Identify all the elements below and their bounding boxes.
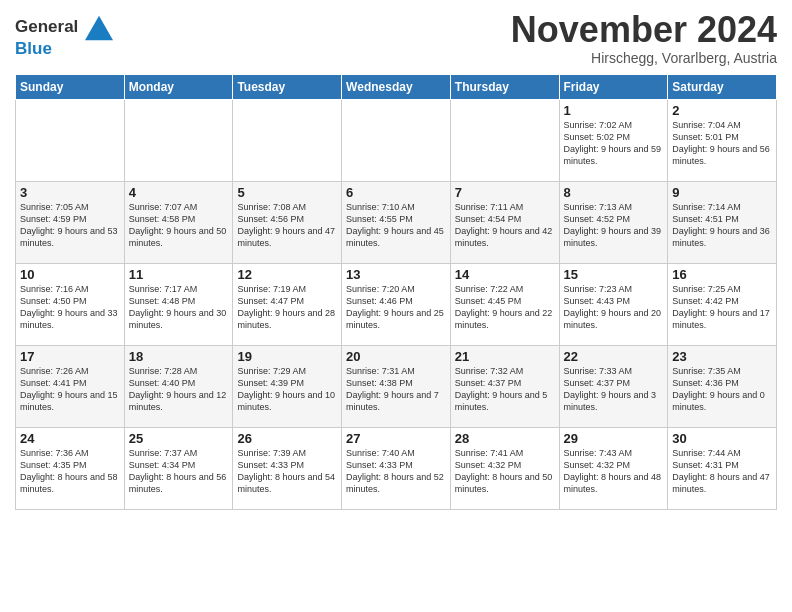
calendar-header: SundayMondayTuesdayWednesdayThursdayFrid… [16,74,777,99]
logo-icon [85,14,113,42]
weekday-header: Tuesday [233,74,342,99]
calendar-cell: 28Sunrise: 7:41 AM Sunset: 4:32 PM Dayli… [450,427,559,509]
calendar-cell: 27Sunrise: 7:40 AM Sunset: 4:33 PM Dayli… [342,427,451,509]
day-number: 10 [20,267,120,282]
day-info: Sunrise: 7:33 AM Sunset: 4:37 PM Dayligh… [564,365,664,414]
calendar-cell: 24Sunrise: 7:36 AM Sunset: 4:35 PM Dayli… [16,427,125,509]
weekday-header: Monday [124,74,233,99]
day-number: 25 [129,431,229,446]
day-number: 18 [129,349,229,364]
header-row: SundayMondayTuesdayWednesdayThursdayFrid… [16,74,777,99]
day-number: 7 [455,185,555,200]
day-info: Sunrise: 7:35 AM Sunset: 4:36 PM Dayligh… [672,365,772,414]
calendar-cell: 21Sunrise: 7:32 AM Sunset: 4:37 PM Dayli… [450,345,559,427]
day-number: 8 [564,185,664,200]
day-number: 22 [564,349,664,364]
calendar-cell: 19Sunrise: 7:29 AM Sunset: 4:39 PM Dayli… [233,345,342,427]
weekday-header: Saturday [668,74,777,99]
day-number: 24 [20,431,120,446]
calendar-cell [450,99,559,181]
calendar-cell: 2Sunrise: 7:04 AM Sunset: 5:01 PM Daylig… [668,99,777,181]
day-info: Sunrise: 7:20 AM Sunset: 4:46 PM Dayligh… [346,283,446,332]
day-info: Sunrise: 7:26 AM Sunset: 4:41 PM Dayligh… [20,365,120,414]
calendar-cell: 15Sunrise: 7:23 AM Sunset: 4:43 PM Dayli… [559,263,668,345]
header: General Blue November 2024 Hirschegg, Vo… [15,10,777,66]
calendar-table: SundayMondayTuesdayWednesdayThursdayFrid… [15,74,777,510]
day-number: 12 [237,267,337,282]
day-info: Sunrise: 7:29 AM Sunset: 4:39 PM Dayligh… [237,365,337,414]
logo-text: General [15,14,113,42]
calendar-cell: 13Sunrise: 7:20 AM Sunset: 4:46 PM Dayli… [342,263,451,345]
day-number: 27 [346,431,446,446]
calendar-cell: 17Sunrise: 7:26 AM Sunset: 4:41 PM Dayli… [16,345,125,427]
day-number: 16 [672,267,772,282]
day-info: Sunrise: 7:28 AM Sunset: 4:40 PM Dayligh… [129,365,229,414]
weekday-header: Wednesday [342,74,451,99]
weekday-header: Friday [559,74,668,99]
calendar-cell: 20Sunrise: 7:31 AM Sunset: 4:38 PM Dayli… [342,345,451,427]
day-number: 6 [346,185,446,200]
logo: General Blue [15,14,113,59]
calendar-cell: 18Sunrise: 7:28 AM Sunset: 4:40 PM Dayli… [124,345,233,427]
day-info: Sunrise: 7:02 AM Sunset: 5:02 PM Dayligh… [564,119,664,168]
day-number: 3 [20,185,120,200]
day-number: 28 [455,431,555,446]
day-info: Sunrise: 7:32 AM Sunset: 4:37 PM Dayligh… [455,365,555,414]
calendar-cell: 10Sunrise: 7:16 AM Sunset: 4:50 PM Dayli… [16,263,125,345]
day-info: Sunrise: 7:11 AM Sunset: 4:54 PM Dayligh… [455,201,555,250]
day-number: 21 [455,349,555,364]
calendar-cell: 3Sunrise: 7:05 AM Sunset: 4:59 PM Daylig… [16,181,125,263]
title-block: November 2024 Hirschegg, Vorarlberg, Aus… [511,10,777,66]
day-info: Sunrise: 7:13 AM Sunset: 4:52 PM Dayligh… [564,201,664,250]
weekday-header: Thursday [450,74,559,99]
day-number: 1 [564,103,664,118]
day-number: 26 [237,431,337,446]
calendar-cell: 12Sunrise: 7:19 AM Sunset: 4:47 PM Dayli… [233,263,342,345]
calendar-cell: 23Sunrise: 7:35 AM Sunset: 4:36 PM Dayli… [668,345,777,427]
calendar-cell: 9Sunrise: 7:14 AM Sunset: 4:51 PM Daylig… [668,181,777,263]
calendar-cell: 6Sunrise: 7:10 AM Sunset: 4:55 PM Daylig… [342,181,451,263]
calendar-cell: 25Sunrise: 7:37 AM Sunset: 4:34 PM Dayli… [124,427,233,509]
weekday-header: Sunday [16,74,125,99]
day-number: 19 [237,349,337,364]
day-info: Sunrise: 7:31 AM Sunset: 4:38 PM Dayligh… [346,365,446,414]
day-info: Sunrise: 7:16 AM Sunset: 4:50 PM Dayligh… [20,283,120,332]
calendar-cell: 14Sunrise: 7:22 AM Sunset: 4:45 PM Dayli… [450,263,559,345]
calendar-week: 17Sunrise: 7:26 AM Sunset: 4:41 PM Dayli… [16,345,777,427]
day-number: 14 [455,267,555,282]
calendar-cell: 5Sunrise: 7:08 AM Sunset: 4:56 PM Daylig… [233,181,342,263]
calendar-cell: 26Sunrise: 7:39 AM Sunset: 4:33 PM Dayli… [233,427,342,509]
calendar-cell [124,99,233,181]
day-number: 30 [672,431,772,446]
day-number: 13 [346,267,446,282]
calendar-cell: 29Sunrise: 7:43 AM Sunset: 4:32 PM Dayli… [559,427,668,509]
calendar-cell: 8Sunrise: 7:13 AM Sunset: 4:52 PM Daylig… [559,181,668,263]
day-number: 4 [129,185,229,200]
calendar-cell: 1Sunrise: 7:02 AM Sunset: 5:02 PM Daylig… [559,99,668,181]
day-number: 15 [564,267,664,282]
day-info: Sunrise: 7:07 AM Sunset: 4:58 PM Dayligh… [129,201,229,250]
day-number: 23 [672,349,772,364]
calendar-cell: 16Sunrise: 7:25 AM Sunset: 4:42 PM Dayli… [668,263,777,345]
day-info: Sunrise: 7:44 AM Sunset: 4:31 PM Dayligh… [672,447,772,496]
day-info: Sunrise: 7:40 AM Sunset: 4:33 PM Dayligh… [346,447,446,496]
day-number: 11 [129,267,229,282]
day-info: Sunrise: 7:39 AM Sunset: 4:33 PM Dayligh… [237,447,337,496]
page-container: General Blue November 2024 Hirschegg, Vo… [0,0,792,515]
svg-marker-0 [85,16,113,40]
day-info: Sunrise: 7:04 AM Sunset: 5:01 PM Dayligh… [672,119,772,168]
calendar-week: 3Sunrise: 7:05 AM Sunset: 4:59 PM Daylig… [16,181,777,263]
day-number: 17 [20,349,120,364]
day-info: Sunrise: 7:36 AM Sunset: 4:35 PM Dayligh… [20,447,120,496]
day-info: Sunrise: 7:23 AM Sunset: 4:43 PM Dayligh… [564,283,664,332]
calendar-week: 1Sunrise: 7:02 AM Sunset: 5:02 PM Daylig… [16,99,777,181]
day-info: Sunrise: 7:17 AM Sunset: 4:48 PM Dayligh… [129,283,229,332]
calendar-cell: 4Sunrise: 7:07 AM Sunset: 4:58 PM Daylig… [124,181,233,263]
day-info: Sunrise: 7:19 AM Sunset: 4:47 PM Dayligh… [237,283,337,332]
calendar-cell [233,99,342,181]
day-number: 20 [346,349,446,364]
calendar-cell [342,99,451,181]
day-number: 5 [237,185,337,200]
calendar-cell: 30Sunrise: 7:44 AM Sunset: 4:31 PM Dayli… [668,427,777,509]
calendar-cell: 11Sunrise: 7:17 AM Sunset: 4:48 PM Dayli… [124,263,233,345]
